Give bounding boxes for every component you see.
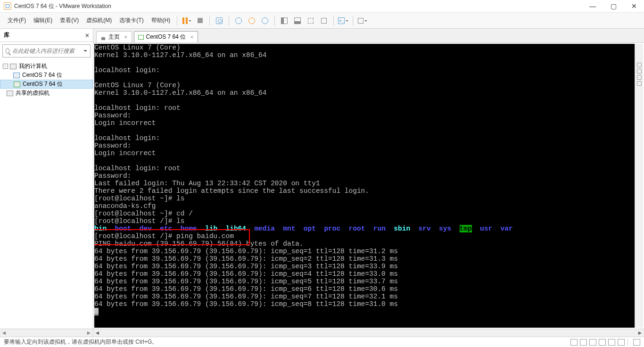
app-icon — [4, 2, 11, 10]
pause-icon — [182, 17, 188, 24]
minimize-button[interactable]: — — [586, 1, 599, 11]
horizontal-scrollbar[interactable]: ◄ ► — [93, 329, 644, 337]
unity-button[interactable] — [357, 16, 368, 26]
sidebar-close-button[interactable]: × — [85, 32, 89, 39]
clock-revert-icon — [248, 17, 255, 24]
vm-icon — [13, 73, 20, 78]
scroll-left-button[interactable]: ◄ — [0, 329, 8, 337]
computer-icon — [10, 64, 17, 69]
content-area: 主页 × CentOS 7 64 位 × CentOS Linux 7 (Cor… — [93, 29, 644, 337]
terminal[interactable]: CentOS Linux 7 (Core) Kernel 3.10.0-1127… — [94, 44, 635, 328]
scroll-right-button[interactable]: ► — [85, 329, 93, 337]
snapshot-revert-button[interactable] — [247, 16, 257, 26]
separator — [353, 16, 353, 26]
search-icon — [6, 48, 9, 54]
clock-icon — [235, 17, 242, 24]
tree-label: CentOS 7 64 位 — [23, 80, 63, 88]
main-area: 库 × − 我的计算机 CentOS 7 64 位 CentOS 7 64 位 — [0, 29, 644, 337]
separator — [177, 16, 177, 26]
stop-button[interactable] — [195, 16, 205, 26]
tree-label: 共享的虚拟机 — [16, 89, 50, 97]
tab-label: CentOS 7 64 位 — [146, 33, 186, 41]
tab-home[interactable]: 主页 × — [96, 31, 132, 42]
unity-icon — [358, 18, 363, 24]
titlebar: CentOS 7 64 位 - VMware Workstation — ▢ ✕ — [0, 0, 644, 13]
stop-icon — [198, 18, 203, 23]
search-input[interactable] — [12, 48, 83, 54]
stretch-icon — [308, 18, 314, 24]
menu-help[interactable]: 帮助(H) — [148, 15, 174, 26]
sidebar: 库 × − 我的计算机 CentOS 7 64 位 CentOS 7 64 位 — [0, 29, 93, 337]
sidebar-header: 库 × — [0, 29, 93, 42]
tree-label: CentOS 7 64 位 — [22, 71, 62, 79]
home-icon — [100, 34, 106, 40]
fullscreen-icon — [321, 18, 327, 24]
tab-close-button[interactable]: × — [124, 33, 128, 41]
camera-icon — [216, 17, 223, 24]
library-tree: − 我的计算机 CentOS 7 64 位 CentOS 7 64 位 共享的虚… — [0, 60, 93, 329]
tree-node-my-computer[interactable]: − 我的计算机 — [0, 62, 93, 71]
status-usb-icon[interactable] — [618, 339, 625, 346]
sidebar-search[interactable] — [2, 44, 91, 58]
status-network-icon[interactable] — [589, 339, 596, 346]
scroll-right-button[interactable]: ► — [636, 330, 644, 337]
console-button[interactable]: >_ — [338, 16, 348, 26]
clock-manage-icon — [262, 17, 268, 24]
tab-vm[interactable]: CentOS 7 64 位 × — [134, 31, 198, 42]
separator — [209, 16, 210, 26]
status-cd-icon[interactable] — [580, 339, 587, 346]
menu-vm[interactable]: 虚拟机(M) — [83, 15, 116, 26]
separator — [333, 16, 334, 26]
status-message-icon[interactable] — [633, 339, 640, 346]
vm-running-icon — [14, 82, 20, 87]
quickbar-item[interactable] — [637, 63, 642, 67]
separator — [627, 339, 628, 346]
vm-tab-icon — [138, 35, 144, 40]
snapshot-take-button[interactable] — [233, 16, 244, 26]
snapshot-button[interactable] — [214, 16, 224, 26]
fullscreen-button[interactable] — [319, 16, 329, 26]
separator — [229, 16, 229, 26]
tree-node-shared[interactable]: 共享的虚拟机 — [0, 89, 93, 98]
search-dropdown[interactable] — [83, 50, 87, 54]
tab-label: 主页 — [108, 33, 120, 41]
statusbar: 要将输入定向到该虚拟机，请在虚拟机内部单击或按 Ctrl+G。 — [0, 337, 644, 347]
tree-node-vm1[interactable]: CentOS 7 64 位 — [0, 71, 93, 80]
layout-sidebar-button[interactable] — [279, 16, 289, 26]
layout-bottom-icon — [294, 17, 301, 24]
window-controls: — ▢ ✕ — [586, 1, 640, 11]
status-disk-icon[interactable] — [570, 339, 578, 346]
menu-edit[interactable]: 编辑(E) — [30, 15, 56, 26]
sidebar-scrollbar[interactable]: ◄ ► — [0, 329, 93, 337]
close-button[interactable]: ✕ — [628, 1, 640, 11]
menu-view[interactable]: 查看(V) — [56, 15, 83, 26]
maximize-button[interactable]: ▢ — [607, 1, 619, 11]
layout-sidebar-icon — [281, 17, 288, 24]
menu-tabs[interactable]: 选项卡(T) — [116, 15, 147, 26]
quickbar — [635, 44, 643, 328]
quickbar-item[interactable] — [637, 75, 642, 80]
status-printer-icon[interactable] — [599, 339, 606, 346]
tab-close-button[interactable]: × — [190, 33, 194, 41]
collapse-icon[interactable]: − — [3, 64, 8, 69]
stretch-button[interactable] — [305, 16, 316, 26]
separator — [274, 16, 275, 26]
menu-file[interactable]: 文件(F) — [4, 15, 30, 26]
status-text: 要将输入定向到该虚拟机，请在虚拟机内部单击或按 Ctrl+G。 — [4, 338, 157, 346]
console-icon: >_ — [338, 17, 345, 24]
tab-bar: 主页 × CentOS 7 64 位 × — [93, 29, 644, 43]
window-title: CentOS 7 64 位 - VMware Workstation — [14, 2, 586, 10]
tree-node-vm2[interactable]: CentOS 7 64 位 — [0, 80, 93, 89]
terminal-wrapper: CentOS Linux 7 (Core) Kernel 3.10.0-1127… — [93, 43, 644, 329]
scroll-left-button[interactable]: ◄ — [93, 330, 101, 337]
status-sound-icon[interactable] — [608, 339, 615, 346]
quickbar-item[interactable] — [637, 69, 642, 74]
layout-bottom-button[interactable] — [292, 16, 303, 26]
snapshot-manage-button[interactable] — [260, 16, 270, 26]
shared-icon — [7, 91, 13, 96]
quickbar-item[interactable] — [637, 81, 642, 86]
tree-label: 我的计算机 — [19, 62, 47, 70]
sidebar-title: 库 — [4, 31, 9, 39]
pause-button[interactable] — [182, 16, 192, 26]
menubar: 文件(F) 编辑(E) 查看(V) 虚拟机(M) 选项卡(T) 帮助(H) >_ — [0, 13, 644, 29]
